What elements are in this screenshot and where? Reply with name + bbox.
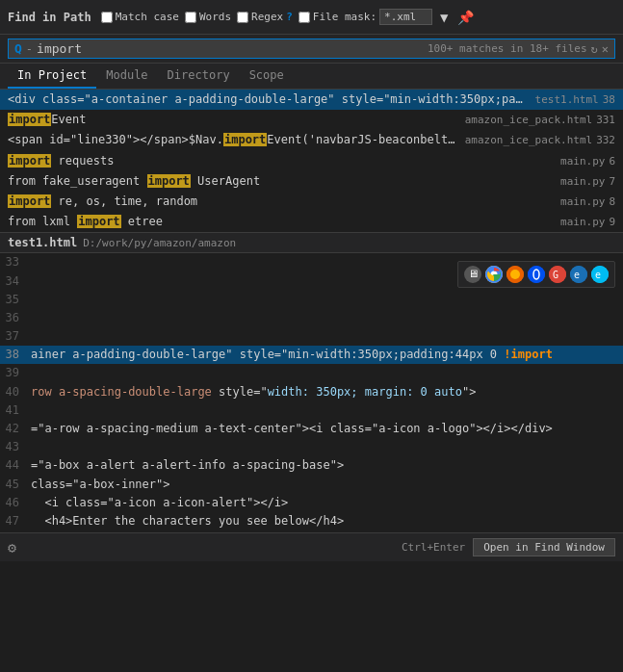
result-row[interactable]: importEvent amazon_ice_pack.html 331 xyxy=(0,110,623,130)
result-highlight: import xyxy=(223,133,267,146)
tab-in-project[interactable]: In Project xyxy=(8,64,96,89)
filter-icon[interactable]: ▼ xyxy=(438,8,450,27)
refresh-icon[interactable]: ↻ xyxy=(591,42,598,56)
preview-path: D:/work/py/amazon/amazon xyxy=(83,237,236,249)
line-number: 48 xyxy=(0,530,31,532)
toolbar-title: Find in Path xyxy=(8,11,91,24)
file-mask-label: File mask: xyxy=(313,11,376,23)
result-text: from fake_useragent import UserAgent xyxy=(8,172,553,191)
code-line: 46 <i class="a-icon a-icon-alert"></i> xyxy=(0,494,623,512)
result-line-num: 38 xyxy=(603,91,615,109)
settings-icon[interactable]: ⚙ xyxy=(8,539,16,556)
code-line: 47 <h4>Enter the characters you see belo… xyxy=(0,512,623,530)
ie-icon[interactable]: e xyxy=(570,266,587,283)
line-number: 33 xyxy=(0,253,31,271)
chrome-icon[interactable] xyxy=(485,266,503,283)
line-number: 39 xyxy=(0,364,31,382)
search-q-icon: Q xyxy=(14,41,22,56)
result-highlight: import xyxy=(147,174,191,188)
monitor-icon[interactable]: 🖥 xyxy=(464,266,481,283)
code-line: 43 xyxy=(0,438,623,456)
result-text: import requests xyxy=(8,152,553,170)
results-list: <div class="a-container a-padding-double… xyxy=(0,90,623,232)
result-text: importEvent xyxy=(8,111,457,129)
words-checkbox[interactable] xyxy=(185,12,196,23)
code-line: 36 xyxy=(0,309,623,327)
match-case-checkbox[interactable] xyxy=(101,12,113,23)
opera-icon[interactable] xyxy=(528,266,545,283)
words-label: Words xyxy=(199,11,231,23)
result-file: test1.html xyxy=(535,91,599,109)
match-case-label: Match case xyxy=(116,11,179,23)
line-content: <i class="a-icon a-icon-alert"></i> xyxy=(31,494,623,512)
regex-label: Regex xyxy=(251,11,283,23)
line-content: class="a-last">Sorry, we just need to ma… xyxy=(31,530,623,532)
search-input[interactable]: import xyxy=(37,41,424,56)
regex-question-icon: ? xyxy=(286,11,293,23)
tab-directory[interactable]: Directory xyxy=(158,64,240,89)
file-mask-checkbox[interactable] xyxy=(299,12,310,23)
result-text: <div class="a-container a-padding-double… xyxy=(8,90,528,109)
result-line-num: 8 xyxy=(609,194,615,211)
code-line: 39 xyxy=(0,364,623,382)
code-line-highlighted: 38 ainer a-padding-double-large" style="… xyxy=(0,346,623,364)
result-line-num: 6 xyxy=(609,153,615,170)
result-file: main.py xyxy=(560,194,605,211)
svg-point-4 xyxy=(528,266,545,283)
match-count: 100+ matches in 18+ files xyxy=(428,42,587,55)
search-input-wrap: Q - import 100+ matches in 18+ files ↻ ✕ xyxy=(8,39,615,59)
svg-text:e: e xyxy=(574,270,580,280)
edge-icon[interactable]: e xyxy=(591,266,609,283)
result-highlight: import xyxy=(77,215,120,228)
scope-tabs: In Project Module Directory Scope xyxy=(0,64,623,90)
line-number: 44 xyxy=(0,456,31,475)
code-line: 40 row a-spacing-double-large style="wid… xyxy=(0,383,623,401)
line-content: <h4>Enter the characters you see below</… xyxy=(31,512,623,530)
code-line: 48 class="a-last">Sorry, we just need to… xyxy=(0,530,623,532)
result-row[interactable]: import re, os, time, random main.py 8 xyxy=(0,192,623,212)
result-line-num: 332 xyxy=(596,132,615,149)
line-number: 42 xyxy=(0,420,31,438)
line-content: class="a-box-inner"> xyxy=(31,476,623,494)
svg-text:e: e xyxy=(595,270,601,280)
code-line: 41 xyxy=(0,401,623,420)
match-case-group: Match case xyxy=(101,11,179,23)
result-highlight: import xyxy=(8,113,51,126)
open-in-find-window-button[interactable]: Open in Find Window xyxy=(473,538,615,556)
search-bar: Q - import 100+ matches in 18+ files ↻ ✕ xyxy=(0,35,623,64)
result-highlight: import xyxy=(8,154,51,168)
line-number: 35 xyxy=(0,291,31,309)
result-file: amazon_ice_pack.html xyxy=(465,132,592,149)
tab-module[interactable]: Module xyxy=(96,64,157,89)
file-mask-input[interactable]: *.xml xyxy=(379,9,432,25)
result-row[interactable]: import requests main.py 6 xyxy=(0,151,623,171)
result-line-num: 7 xyxy=(609,173,615,191)
result-row[interactable]: from lxml import etree main.py 9 xyxy=(0,212,623,232)
words-group: Words xyxy=(185,11,231,23)
line-number: 47 xyxy=(0,512,31,530)
svg-point-3 xyxy=(510,270,520,279)
result-text: from lxml import etree xyxy=(8,213,553,231)
result-file: main.py xyxy=(560,153,605,170)
regex-checkbox[interactable] xyxy=(237,12,248,23)
result-row[interactable]: <div class="a-container a-padding-double… xyxy=(0,90,623,110)
result-text: <span id="line330"></span>$Nav.importEve… xyxy=(8,131,457,149)
result-row[interactable]: <span id="line330"></span>$Nav.importEve… xyxy=(0,130,623,150)
search-separator: - xyxy=(26,42,33,56)
result-row[interactable]: from fake_useragent import UserAgent mai… xyxy=(0,171,623,192)
code-line: 37 xyxy=(0,327,623,346)
tab-scope[interactable]: Scope xyxy=(240,64,294,89)
line-content: ="a-row a-spacing-medium a-text-center">… xyxy=(31,420,623,438)
firefox-icon[interactable] xyxy=(506,266,524,283)
result-line-num: 331 xyxy=(596,112,615,129)
result-file: main.py xyxy=(560,214,605,231)
pin-icon[interactable]: 📌 xyxy=(455,8,476,27)
keyboard-shortcut: Ctrl+Enter xyxy=(402,541,465,554)
line-number: 41 xyxy=(0,401,31,420)
line-number: 36 xyxy=(0,309,31,327)
line-number: 38 xyxy=(0,346,31,364)
google-icon[interactable]: G xyxy=(549,266,566,283)
preview-filename: test1.html xyxy=(8,236,77,249)
result-file: amazon_ice_pack.html xyxy=(465,112,592,129)
clear-icon[interactable]: ✕ xyxy=(602,42,609,56)
